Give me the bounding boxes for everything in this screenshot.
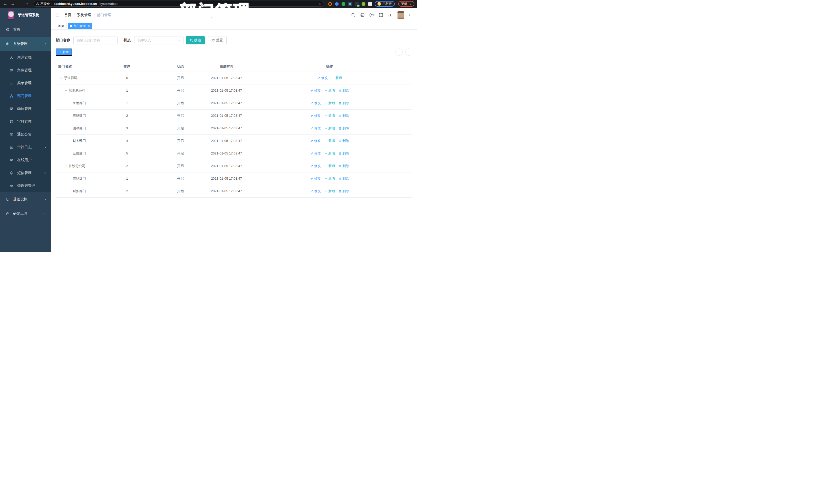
edit-action-link[interactable]: 修改 — [310, 101, 321, 106]
action-label: 新增 — [335, 76, 342, 80]
sidebar-subitem-code[interactable]: 错误码管理 — [0, 179, 51, 192]
edit-action-link[interactable]: 修改 — [310, 164, 321, 168]
dept-created-time: 2021-01-05 17:03:47 — [206, 172, 247, 185]
breadcrumb-item[interactable]: 系统管理 — [77, 13, 91, 18]
action-label: 修改 — [314, 101, 321, 106]
hamburger-icon[interactable] — [55, 13, 60, 17]
column-header: 状态 — [155, 61, 206, 72]
close-icon[interactable]: ✕ — [88, 24, 90, 28]
delete-action-link[interactable]: 删除 — [338, 151, 349, 156]
edit-action-link[interactable]: 修改 — [310, 189, 321, 194]
edit-action-link[interactable]: 修改 — [310, 113, 321, 118]
github-icon[interactable] — [360, 13, 365, 17]
delete-action-link[interactable]: 删除 — [338, 164, 349, 168]
help-icon[interactable]: ? — [370, 13, 374, 17]
sidebar-item-tool[interactable]: 研发工具 — [0, 206, 51, 221]
avatar[interactable] — [397, 11, 404, 19]
delete-action-link[interactable]: 删除 — [338, 189, 349, 194]
add-action-link[interactable]: 新增 — [324, 101, 335, 106]
breadcrumb-separator: / — [74, 13, 75, 17]
add-action-link[interactable]: 新增 — [332, 76, 342, 80]
expand-caret-icon[interactable] — [60, 76, 63, 80]
sidebar-subitem-sms[interactable]: 短信管理 — [0, 167, 51, 179]
add-action-link[interactable]: 新增 — [324, 176, 335, 181]
reset-button[interactable]: 重置 — [208, 36, 226, 44]
ext-puzzle-icon[interactable] — [368, 2, 372, 6]
sidebar-item-monitor[interactable]: 基础设施 — [0, 192, 51, 206]
home-icon[interactable] — [24, 1, 30, 7]
ext-dark-on-icon[interactable]: on — [355, 2, 359, 6]
sidebar-subitem-notice[interactable]: 通知公告 — [0, 128, 51, 141]
fullscreen-icon[interactable] — [379, 13, 383, 17]
delete-action-link[interactable]: 删除 — [338, 101, 349, 106]
sidebar-subitem-tree[interactable]: 部门管理 — [0, 90, 51, 103]
delete-action-link[interactable]: 删除 — [338, 126, 349, 131]
warning-icon — [36, 2, 39, 6]
add-action-link[interactable]: 新增 — [324, 164, 335, 168]
add-action-link[interactable]: 新增 — [324, 113, 335, 118]
edit-action-link[interactable]: 修改 — [317, 76, 328, 80]
delete-action-link[interactable]: 删除 — [338, 113, 349, 118]
add-action-link[interactable]: 新增 — [324, 88, 335, 93]
action-label: 修改 — [314, 189, 321, 194]
add-action-link[interactable]: 新增 — [324, 189, 335, 194]
add-action-link[interactable]: 新增 — [324, 126, 335, 131]
edit-action-link[interactable]: 修改 — [310, 176, 321, 181]
delete-action-link[interactable]: 删除 — [338, 88, 349, 93]
back-icon[interactable]: ← — [3, 1, 8, 7]
edit-icon — [310, 89, 313, 92]
font-size-icon[interactable]: TT — [388, 13, 392, 18]
dept-created-time: 2021-01-05 17:03:47 — [206, 97, 247, 109]
bookmark-star-icon[interactable]: ☆ — [318, 2, 321, 6]
dept-name: 财务部门 — [73, 138, 86, 143]
sidebar-subitem-menu[interactable]: 菜单管理 — [0, 77, 51, 90]
edit-action-link[interactable]: 修改 — [310, 126, 321, 131]
add-action-link[interactable]: 新增 — [324, 151, 335, 156]
ext-grid-cyan-icon[interactable] — [348, 2, 352, 6]
sidebar-subitem-log[interactable]: 审计日志 — [0, 141, 51, 154]
app-title: 芋道管理系统 — [18, 13, 39, 18]
expand-caret-icon[interactable] — [64, 89, 67, 92]
delete-action-link[interactable]: 删除 — [338, 138, 349, 143]
search-button[interactable]: 搜索 — [186, 36, 205, 44]
sidebar-subitem-users[interactable]: 角色管理 — [0, 64, 51, 77]
tab-active[interactable]: 部门管理✕ — [68, 23, 92, 29]
reload-icon[interactable] — [17, 1, 23, 7]
add-button[interactable]: + 新增 — [56, 48, 72, 56]
action-label: 删除 — [342, 113, 349, 118]
edit-action-link[interactable]: 修改 — [310, 151, 321, 156]
ext-blue-gem-icon[interactable] — [335, 2, 339, 6]
delete-action-link[interactable]: 删除 — [338, 176, 349, 181]
status-select[interactable]: 菜单状态 — [134, 36, 183, 44]
ext-orange-ring-icon[interactable] — [328, 2, 332, 6]
profile-paused-chip[interactable]: 已暂停 — [375, 1, 395, 7]
browser-menu-icon[interactable]: ⋮ — [409, 3, 412, 5]
sidebar-item-gear[interactable]: 系统管理 — [0, 37, 51, 51]
sidebar-subitem-user[interactable]: 用户管理 — [0, 51, 51, 64]
sidebar-item-dashboard[interactable]: 首页 — [0, 22, 51, 37]
update-button[interactable]: 更新 ⋮ — [398, 1, 414, 7]
edit-action-link[interactable]: 修改 — [310, 138, 321, 143]
app-logo[interactable]: 芋道管理系统 — [0, 8, 51, 22]
ext-green-check-icon[interactable] — [342, 2, 345, 6]
tab-item[interactable]: 首页 — [56, 23, 66, 29]
add-action-link[interactable]: 新增 — [324, 138, 335, 143]
dept-name-input[interactable] — [73, 36, 117, 44]
sidebar-subitem-label: 短信管理 — [17, 171, 31, 175]
expand-caret-icon[interactable] — [64, 165, 67, 168]
ext-green-bot-icon[interactable] — [361, 2, 366, 6]
dept-sort: 1 — [99, 97, 155, 109]
sidebar-subitem-idcard[interactable]: 岗位管理 — [0, 103, 51, 115]
forward-icon[interactable]: → — [10, 1, 15, 7]
breadcrumb-item[interactable]: 首页 — [64, 13, 71, 18]
refresh-table-button[interactable] — [405, 48, 412, 56]
users-icon — [10, 68, 14, 72]
edit-action-link[interactable]: 修改 — [310, 88, 321, 93]
sidebar-subitem-book[interactable]: 字典管理 — [0, 115, 51, 128]
user-icon — [10, 56, 14, 59]
search-icon[interactable] — [351, 13, 355, 17]
toggle-search-button[interactable] — [395, 48, 403, 56]
sidebar-subitem-online[interactable]: 在线用户 — [0, 154, 51, 167]
address-bar[interactable]: 不安全 dashboard.yudao.iocoder.cn/system/de… — [33, 1, 324, 7]
chevron-down-icon[interactable]: ▾ — [409, 13, 410, 17]
